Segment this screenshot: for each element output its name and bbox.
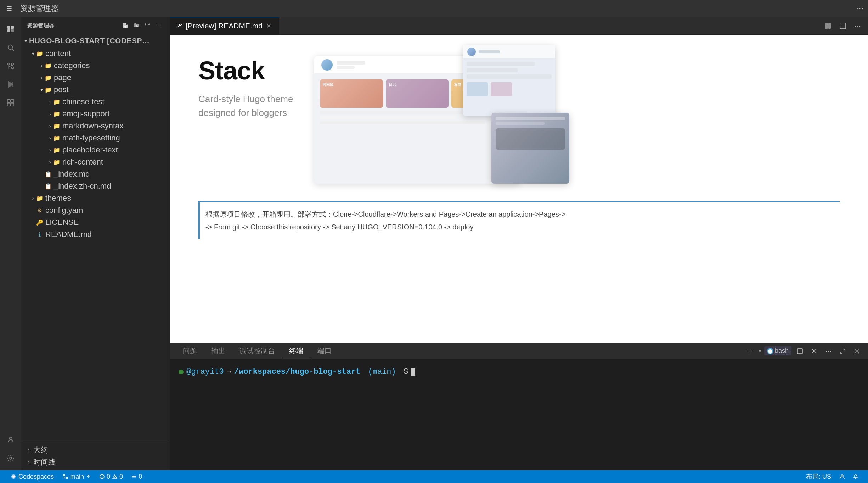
branch-status-item[interactable]: main <box>59 470 95 483</box>
titlebar-title: 资源管理器 <box>20 3 850 14</box>
more-actions-button[interactable]: ⋯ <box>852 20 864 32</box>
tab-label: 终端 <box>289 346 303 356</box>
add-dropdown-icon[interactable]: ▾ <box>759 348 761 354</box>
activity-settings-icon[interactable] <box>3 450 18 466</box>
account-status-button[interactable] <box>835 470 849 483</box>
refresh-explorer-button[interactable] <box>143 21 153 30</box>
tree-item-post[interactable]: ▾ 📁 post <box>21 84 170 96</box>
svg-point-39 <box>841 475 843 477</box>
terminal-tab-problems[interactable]: 问题 <box>176 343 204 359</box>
status-bar-left: Codespaces main 0 0 0 <box>6 470 146 483</box>
kill-terminal-button[interactable] <box>808 345 820 357</box>
tree-item-markdown-syntax[interactable]: › 📁 markdown-syntax <box>21 120 170 132</box>
layout-status[interactable]: 布局: US <box>802 470 835 483</box>
maximize-panel-button[interactable] <box>837 345 848 357</box>
tree-item-page[interactable]: › 📁 page <box>21 72 170 84</box>
chevron-right-icon: › <box>47 99 53 105</box>
tree-item-placeholder-text[interactable]: › 📁 placeholder-text <box>21 144 170 156</box>
close-panel-button[interactable] <box>851 345 862 357</box>
yaml-file-icon: ⚙ <box>36 207 43 214</box>
tab-label: 调试控制台 <box>239 346 275 356</box>
svg-marker-9 <box>9 82 13 88</box>
tree-label: README.md <box>45 230 92 239</box>
terminal-tab-ports[interactable]: 端口 <box>310 343 339 359</box>
readme-file-icon: ℹ <box>36 231 43 238</box>
tree-item-chinese-test[interactable]: › 📁 chinese-test <box>21 96 170 108</box>
tree-item-math-typesetting[interactable]: › 📁 math-typesetting <box>21 132 170 144</box>
tree-item-license[interactable]: › 🔑 LICENSE <box>21 216 170 228</box>
terminal-arrow: → <box>227 365 231 379</box>
preview-hero-section: Stack Card-style Hugo themedesigned for … <box>198 56 840 191</box>
activity-run-icon[interactable] <box>3 77 18 92</box>
new-file-button[interactable] <box>121 21 130 30</box>
codespaces-badge[interactable]: Codespaces <box>6 470 59 483</box>
activity-account-icon[interactable] <box>3 432 18 448</box>
collapse-all-button[interactable] <box>155 21 164 30</box>
preview-subtitle: Card-style Hugo themedesigned for blogge… <box>198 92 293 120</box>
split-editor-button[interactable] <box>822 20 834 32</box>
titlebar-more-button[interactable]: ⋯ <box>856 4 864 13</box>
notifications-button[interactable] <box>849 470 862 483</box>
info-text-secondary: -> From git -> Choose this repository ->… <box>205 223 473 231</box>
terminal-body[interactable]: @grayit0 → /workspaces/hugo-blog-start (… <box>170 359 868 470</box>
activity-extensions-icon[interactable] <box>3 95 18 111</box>
chevron-right-icon: › <box>38 75 45 80</box>
svg-point-36 <box>132 476 134 477</box>
float-body <box>463 58 555 100</box>
folder-icon: 📁 <box>53 111 60 117</box>
tree-item-config-yaml[interactable]: › ⚙ config.yaml <box>21 204 170 216</box>
section-chevron-icon: ▾ <box>23 38 29 44</box>
tab-label: 端口 <box>317 346 332 356</box>
tree-item-themes[interactable]: › 📁 themes <box>21 192 170 204</box>
tree-item-readme-md[interactable]: › ℹ README.md <box>21 228 170 240</box>
remote-status[interactable]: 0 <box>127 470 146 483</box>
sidebar-bottom: › 大纲 › 时间线 <box>21 442 170 470</box>
outline-label: 大纲 <box>33 445 48 455</box>
tree-label: themes <box>45 194 71 203</box>
terminal-branch: (main) <box>363 365 401 379</box>
tree-label: content <box>45 49 71 58</box>
sidebar-timeline-panel[interactable]: › 时间线 <box>21 456 170 468</box>
terminal-path: /workspaces/hugo-blog-start <box>234 365 360 379</box>
chevron-right-icon: › <box>47 135 53 141</box>
toggle-panel-button[interactable] <box>837 20 849 32</box>
tree-label: LICENSE <box>45 218 79 227</box>
preview-area: Stack Card-style Hugo themedesigned for … <box>170 35 868 343</box>
bash-badge[interactable]: ⬤ bash <box>764 346 791 355</box>
tree-item-emoji-support[interactable]: › 📁 emoji-support <box>21 108 170 120</box>
tree-item-index-md[interactable]: › 📋 _index.md <box>21 168 170 180</box>
tab-close-button[interactable]: ✕ <box>265 23 272 29</box>
errors-warnings-status[interactable]: 0 0 <box>95 470 127 483</box>
info-text-main: 根据原项目修改，开箱即用。部署方式：Clone->Cloudflare->Wor… <box>205 210 565 218</box>
tree-item-index-zh-cn-md[interactable]: › 📋 _index.zh-cn.md <box>21 180 170 192</box>
preview-screenshots: 时间线 日记 标签 <box>314 56 562 191</box>
split-terminal-button[interactable] <box>794 345 806 357</box>
svg-rect-17 <box>825 23 828 29</box>
terminal-more-button[interactable]: ⋯ <box>823 345 834 357</box>
new-folder-button[interactable] <box>132 21 141 30</box>
explorer-section-header[interactable]: ▾ HUGO-BLOG-START [CODESP… <box>21 34 170 48</box>
menu-icon[interactable]: ☰ <box>4 4 14 13</box>
folder-icon: 📁 <box>53 123 60 129</box>
terminal-tab-debug-console[interactable]: 调试控制台 <box>232 343 282 359</box>
chevron-right-icon: › <box>47 159 53 165</box>
terminal-add-button[interactable] <box>744 345 756 357</box>
svg-point-8 <box>12 63 14 65</box>
status-bar-right: 布局: US <box>802 470 862 483</box>
terminal-tab-terminal[interactable]: 终端 <box>282 343 310 359</box>
tab-preview-readme[interactable]: 👁 [Preview] README.md ✕ <box>170 17 279 35</box>
terminal-tab-output[interactable]: 输出 <box>204 343 232 359</box>
activity-search-icon[interactable] <box>3 40 18 55</box>
tree-item-rich-content[interactable]: › 📁 rich-content <box>21 156 170 168</box>
tree-label: post <box>54 85 69 94</box>
sidebar-outline-panel[interactable]: › 大纲 <box>21 444 170 456</box>
chevron-right-icon: › <box>47 111 53 117</box>
branch-name: main <box>70 473 84 481</box>
activity-source-control-icon[interactable] <box>3 58 18 74</box>
errors-count: 0 <box>107 473 110 481</box>
tree-item-categories[interactable]: › 📁 categories <box>21 60 170 72</box>
tab-label: [Preview] README.md <box>186 22 263 30</box>
activity-explorer-icon[interactable] <box>3 21 18 37</box>
tree-item-content[interactable]: ▾ 📁 content <box>21 48 170 60</box>
tree-label: config.yaml <box>45 206 85 215</box>
